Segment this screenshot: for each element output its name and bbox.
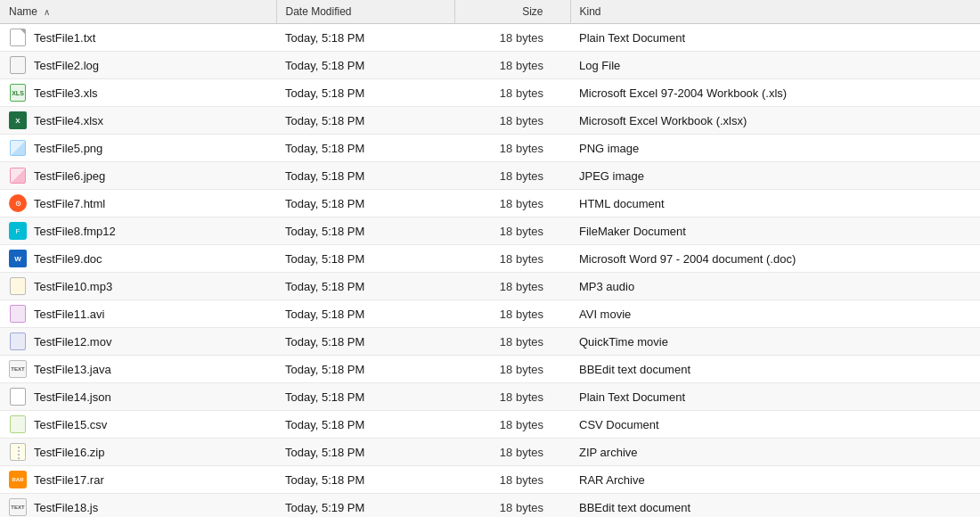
file-name-label: TestFile7.html: [34, 197, 105, 210]
file-size-cell: 18 bytes: [454, 300, 570, 328]
file-kind-cell: ZIP archive: [570, 439, 980, 466]
table-row[interactable]: TestFile1.txt Today, 5:18 PM 18 bytes Pl…: [0, 24, 980, 52]
file-size-cell: 18 bytes: [454, 245, 570, 273]
table-row[interactable]: TestFile12.mov Today, 5:18 PM 18 bytes Q…: [0, 328, 980, 356]
file-name-cell: TestFile15.csv: [0, 411, 276, 439]
file-kind-cell: QuickTime movie: [570, 328, 980, 356]
file-name-cell: X TestFile4.xlsx: [0, 107, 276, 135]
file-name-cell: TestFile2.log: [0, 52, 276, 79]
file-kind-cell: Log File: [570, 52, 980, 79]
file-size-cell: 18 bytes: [454, 411, 570, 439]
file-date-cell: Today, 5:18 PM: [276, 52, 454, 79]
file-icon-js: TEXT: [9, 498, 27, 516]
table-row[interactable]: TEXT TestFile13.java Today, 5:18 PM 18 b…: [0, 356, 980, 383]
file-icon-txt: [9, 29, 27, 46]
file-name-cell: TestFile11.avi: [0, 300, 276, 328]
column-kind-label: Kind: [580, 5, 601, 18]
table-row[interactable]: ⊙ TestFile7.html Today, 5:18 PM 18 bytes…: [0, 190, 980, 217]
file-date-cell: Today, 5:18 PM: [276, 273, 454, 300]
file-kind-cell: Microsoft Excel Workbook (.xlsx): [570, 107, 980, 135]
file-date-cell: Today, 5:18 PM: [276, 217, 454, 245]
file-size-cell: 18 bytes: [454, 466, 570, 494]
file-name-label: TestFile13.java: [34, 363, 111, 376]
file-kind-cell: HTML document: [570, 190, 980, 217]
file-name-label: TestFile1.txt: [34, 31, 95, 45]
file-icon-mov: [9, 332, 27, 350]
file-name-label: TestFile12.mov: [34, 335, 111, 349]
table-header-row: Name ∧ Date Modified Size Kind: [0, 0, 980, 24]
file-date-cell: Today, 5:18 PM: [276, 300, 454, 328]
file-name-cell: RAR TestFile17.rar: [0, 466, 276, 494]
column-header-date[interactable]: Date Modified: [276, 0, 454, 24]
table-row[interactable]: TestFile2.log Today, 5:18 PM 18 bytes Lo…: [0, 52, 980, 79]
file-icon-java: TEXT: [9, 360, 27, 378]
file-name-label: TestFile15.csv: [34, 418, 107, 431]
file-name-cell: TestFile1.txt: [0, 24, 276, 52]
file-name-label: TestFile18.js: [34, 501, 98, 514]
table-row[interactable]: X TestFile4.xlsx Today, 5:18 PM 18 bytes…: [0, 107, 980, 135]
file-kind-cell: Plain Text Document: [570, 383, 980, 411]
file-size-cell: 18 bytes: [454, 439, 570, 466]
file-name-cell: TestFile6.jpeg: [0, 162, 276, 190]
file-kind-cell: BBEdit text document: [570, 494, 980, 518]
file-name-label: TestFile3.xls: [34, 86, 98, 100]
table-row[interactable]: TEXT TestFile18.js Today, 5:19 PM 18 byt…: [0, 494, 980, 518]
column-size-label: Size: [522, 5, 543, 18]
file-date-cell: Today, 5:18 PM: [276, 439, 454, 466]
file-icon-jpeg: [9, 167, 27, 185]
table-row[interactable]: TestFile16.zip Today, 5:18 PM 18 bytes Z…: [0, 439, 980, 466]
file-name-label: TestFile9.doc: [34, 252, 102, 266]
file-name-cell: W TestFile9.doc: [0, 245, 276, 273]
finder-file-table: Name ∧ Date Modified Size Kind TestFile1…: [0, 0, 980, 517]
file-name-cell: TestFile12.mov: [0, 328, 276, 356]
file-name-cell: TEXT TestFile13.java: [0, 356, 276, 383]
table-row[interactable]: TestFile11.avi Today, 5:18 PM 18 bytes A…: [0, 300, 980, 328]
file-size-cell: 18 bytes: [454, 383, 570, 411]
file-size-cell: 18 bytes: [454, 135, 570, 162]
file-size-cell: 18 bytes: [454, 107, 570, 135]
table-row[interactable]: TestFile6.jpeg Today, 5:18 PM 18 bytes J…: [0, 162, 980, 190]
file-name-label: TestFile4.xlsx: [34, 114, 103, 127]
table-row[interactable]: TestFile14.json Today, 5:18 PM 18 bytes …: [0, 383, 980, 411]
file-date-cell: Today, 5:18 PM: [276, 245, 454, 273]
file-icon-rar: RAR: [9, 471, 27, 488]
file-icon-csv: [9, 415, 27, 433]
sort-arrow-icon: ∧: [44, 7, 50, 17]
column-header-kind[interactable]: Kind: [570, 0, 980, 24]
file-icon-html: ⊙: [9, 194, 27, 212]
table-row[interactable]: TestFile5.png Today, 5:18 PM 18 bytes PN…: [0, 135, 980, 162]
table-row[interactable]: XLS TestFile3.xls Today, 5:18 PM 18 byte…: [0, 79, 980, 107]
column-date-label: Date Modified: [286, 5, 352, 18]
table-row[interactable]: W TestFile9.doc Today, 5:18 PM 18 bytes …: [0, 245, 980, 273]
file-date-cell: Today, 5:18 PM: [276, 135, 454, 162]
table-row[interactable]: F TestFile8.fmp12 Today, 5:18 PM 18 byte…: [0, 217, 980, 245]
file-size-cell: 18 bytes: [454, 356, 570, 383]
file-icon-fmp: F: [9, 222, 27, 240]
file-size-cell: 18 bytes: [454, 162, 570, 190]
file-icon-doc: W: [9, 250, 27, 267]
column-header-name[interactable]: Name ∧: [0, 0, 276, 24]
file-name-cell: TestFile10.mp3: [0, 273, 276, 300]
file-name-label: TestFile5.png: [34, 142, 102, 155]
column-header-size[interactable]: Size: [454, 0, 570, 24]
file-name-cell: ⊙ TestFile7.html: [0, 190, 276, 217]
file-name-label: TestFile10.mp3: [34, 280, 112, 293]
file-name-cell: TestFile16.zip: [0, 439, 276, 466]
file-date-cell: Today, 5:18 PM: [276, 79, 454, 107]
table-row[interactable]: RAR TestFile17.rar Today, 5:18 PM 18 byt…: [0, 466, 980, 494]
file-size-cell: 18 bytes: [454, 328, 570, 356]
file-name-cell: TestFile14.json: [0, 383, 276, 411]
file-size-cell: 18 bytes: [454, 24, 570, 52]
file-date-cell: Today, 5:18 PM: [276, 466, 454, 494]
file-size-cell: 18 bytes: [454, 494, 570, 518]
file-kind-cell: AVI movie: [570, 300, 980, 328]
file-icon-mp3: [9, 277, 27, 295]
table-row[interactable]: TestFile10.mp3 Today, 5:18 PM 18 bytes M…: [0, 273, 980, 300]
file-name-label: TestFile11.avi: [34, 308, 104, 321]
file-name-cell: TEXT TestFile18.js: [0, 494, 276, 518]
file-name-cell: F TestFile8.fmp12: [0, 217, 276, 245]
file-icon-xlsx: X: [9, 111, 27, 129]
file-icon-avi: [9, 305, 27, 323]
table-row[interactable]: TestFile15.csv Today, 5:18 PM 18 bytes C…: [0, 411, 980, 439]
file-kind-cell: FileMaker Document: [570, 217, 980, 245]
